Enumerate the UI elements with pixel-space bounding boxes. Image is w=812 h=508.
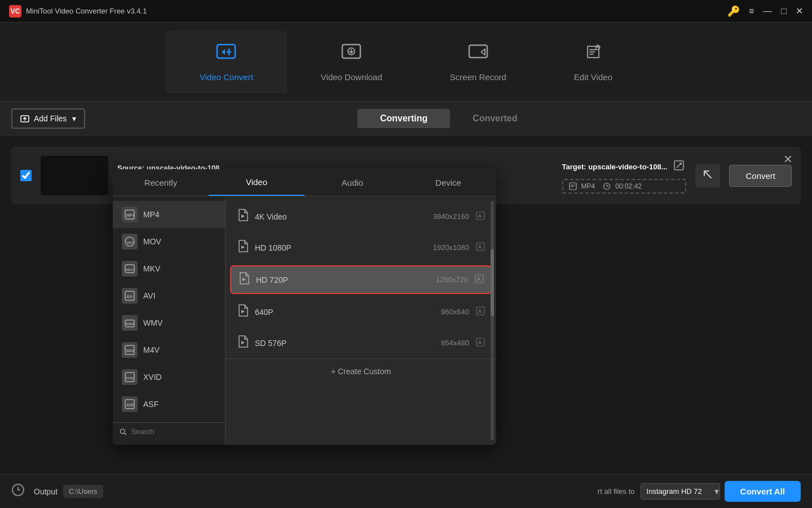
quality-list: 4K Video 3840x2160	[226, 196, 496, 445]
quality-edit-576p[interactable]	[476, 338, 485, 349]
mp4-icon: MP4	[122, 207, 138, 222]
svg-marker-30	[241, 246, 245, 249]
main-content: Source: upscale-video-to-108... MP4 00:0…	[0, 135, 812, 216]
fp-tab-audio[interactable]: Audio	[304, 169, 400, 196]
format-item-mkv[interactable]: MKV MKV	[113, 255, 225, 282]
minimize-btn[interactable]: —	[763, 6, 772, 16]
quality-item-720p[interactable]: HD 720P 1280x720	[230, 265, 492, 294]
video-file-icon-720p	[238, 272, 249, 287]
quality-name-4k: 4K Video	[255, 212, 426, 221]
fp-tab-device[interactable]: Device	[400, 169, 496, 196]
format-item-xvid[interactable]: XVID XVID	[113, 364, 225, 391]
quality-edit-720p[interactable]	[475, 274, 484, 286]
quality-edit-640p[interactable]	[476, 306, 485, 318]
target-edit-btn[interactable]	[672, 158, 686, 176]
quality-edit-1080p[interactable]	[476, 242, 485, 253]
output-label: Output	[34, 487, 58, 496]
tab-video-download-label: Video Download	[321, 72, 382, 82]
mkv-label: MKV	[143, 264, 160, 273]
format-item-m4v[interactable]: M4V M4V	[113, 336, 225, 364]
maximize-btn[interactable]: □	[781, 6, 787, 16]
svg-text:MOV: MOV	[127, 241, 135, 244]
format-item-wmv[interactable]: WMV WMV	[113, 309, 225, 336]
title-bar: VC MiniTool Video Converter Free v3.4.1 …	[0, 0, 812, 23]
title-bar-controls[interactable]: 🔑 ≡ — □ ✕	[727, 5, 803, 17]
converting-tab[interactable]: Converting	[358, 109, 450, 128]
quality-name-1080p: HD 1080P	[255, 243, 426, 252]
quality-scrollbar-track[interactable]	[491, 201, 494, 440]
avi-label: AVI	[143, 291, 156, 300]
fp-tab-recently[interactable]: Recently	[113, 169, 209, 196]
quality-item-4k[interactable]: 4K Video 3840x2160	[226, 201, 496, 232]
tab-edit-video[interactable]: Edit Video	[540, 30, 646, 93]
quality-item-576p[interactable]: SD 576P 854x480	[226, 327, 496, 358]
svg-text:XVID: XVID	[126, 376, 134, 380]
quality-res-4k: 3840x2160	[433, 212, 469, 221]
svg-text:ASF: ASF	[126, 403, 135, 407]
video-file-icon-4k	[237, 209, 248, 224]
bottom-bar: Output C:\Users rt all files to Instagra…	[0, 474, 812, 508]
svg-text:MKV: MKV	[126, 268, 133, 271]
file-target-section: Target: upscale-video-to-108... MP4	[562, 158, 687, 194]
avi-icon: AVI	[122, 288, 138, 304]
key-icon[interactable]: 🔑	[727, 5, 740, 17]
menu-btn[interactable]: ≡	[749, 6, 754, 16]
mp4-label: MP4	[143, 210, 160, 219]
format-item-asf[interactable]: ASF ASF	[113, 391, 225, 418]
tab-video-convert[interactable]: Video Convert	[166, 30, 287, 93]
file-checkbox[interactable]	[20, 170, 32, 181]
preset-select[interactable]: Instagram HD 72	[641, 483, 720, 500]
svg-marker-34	[241, 310, 245, 313]
add-files-button[interactable]: Add Files ▾	[11, 108, 85, 129]
converting-tabs: Converting Converted	[358, 109, 540, 128]
quality-name-720p: HD 720P	[256, 275, 429, 284]
converted-tab[interactable]: Converted	[450, 109, 540, 128]
tab-video-convert-label: Video Convert	[200, 72, 253, 82]
quality-item-640p[interactable]: 640P 960x640	[226, 296, 496, 327]
svg-marker-32	[242, 278, 246, 281]
format-picker-body: MP4 MP4 MOV MOV	[113, 196, 496, 445]
video-convert-icon	[216, 42, 236, 67]
add-files-dropdown-icon: ▾	[72, 114, 76, 123]
video-download-icon	[341, 42, 361, 67]
item-close-button[interactable]: ✕	[783, 152, 793, 166]
search-input[interactable]	[131, 427, 218, 436]
target-format-box[interactable]: MP4 00:02:42	[562, 179, 687, 194]
format-item-mov[interactable]: MOV MOV	[113, 228, 225, 255]
quality-item-1080p[interactable]: HD 1080P 1920x1080	[226, 232, 496, 263]
clock-icon	[11, 483, 25, 500]
video-file-icon-1080p	[237, 240, 248, 255]
convert-all-button[interactable]: Convert All	[725, 481, 801, 502]
format-item-avi[interactable]: AVI AVI	[113, 282, 225, 309]
quality-name-640p: 640P	[255, 308, 434, 317]
cursor-button[interactable]	[695, 164, 720, 187]
svg-text:M4V: M4V	[126, 349, 135, 353]
quality-res-1080p: 1920x1080	[433, 243, 469, 252]
svg-marker-28	[241, 214, 245, 218]
fp-tab-video[interactable]: Video	[209, 169, 304, 196]
xvid-icon: XVID	[122, 369, 138, 385]
app-title: MiniTool Video Converter Free v3.4.1	[26, 7, 147, 15]
file-thumbnail	[41, 156, 108, 195]
svg-text:AVI: AVI	[126, 295, 133, 299]
title-bar-left: VC MiniTool Video Converter Free v3.4.1	[9, 5, 147, 17]
create-custom-btn[interactable]: + Create Custom	[226, 358, 496, 384]
tab-screen-record[interactable]: Screen Record	[416, 30, 540, 93]
edit-video-icon	[583, 42, 603, 67]
target-label: Target: upscale-video-to-108...	[562, 163, 668, 171]
convert-all-section: rt all files to Instagram HD 72 ▾ Conver…	[598, 481, 801, 502]
output-path[interactable]: C:\Users	[63, 485, 103, 498]
svg-marker-36	[241, 341, 245, 344]
format-list: MP4 MP4 MOV MOV	[113, 196, 226, 445]
quality-scrollbar-thumb[interactable]	[491, 249, 494, 317]
nav-tabs: Video Convert Video Download Screen Reco…	[0, 23, 812, 102]
m4v-label: M4V	[143, 345, 160, 354]
quality-name-576p: SD 576P	[255, 339, 434, 348]
quality-edit-4k[interactable]	[476, 211, 485, 222]
convert-button[interactable]: Convert	[729, 165, 792, 187]
tab-video-download[interactable]: Video Download	[287, 30, 416, 93]
format-item-mp4[interactable]: MP4 MP4	[113, 201, 225, 228]
add-files-label: Add Files	[34, 114, 67, 123]
close-btn[interactable]: ✕	[796, 6, 803, 16]
convert-all-label: rt all files to	[598, 487, 635, 496]
